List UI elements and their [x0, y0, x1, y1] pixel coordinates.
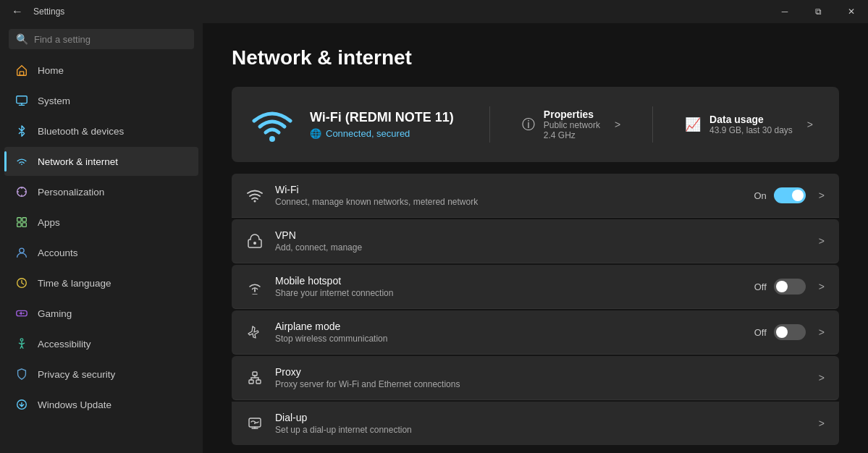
- wifi-data-usage-button[interactable]: 📈 Data usage 43.9 GB, last 30 days >: [676, 114, 822, 135]
- airplane-settings-icon: [246, 323, 264, 341]
- proxy-settings-text: Proxy Proxy server for Wi-Fi and Etherne…: [275, 366, 801, 389]
- page-title: Network & internet: [232, 46, 839, 69]
- svg-point-11: [20, 339, 23, 342]
- dialup-settings-icon: [246, 415, 264, 432]
- sidebar-item-accessibility[interactable]: Accessibility: [4, 329, 198, 358]
- app-body: 🔍 Home System Bluetooth & devices: [0, 23, 868, 453]
- search-icon: 🔍: [16, 33, 28, 45]
- apps-icon: [14, 215, 29, 229]
- sidebar-item-home-label: Home: [38, 65, 64, 76]
- sidebar-item-privacy-label: Privacy & security: [38, 369, 115, 380]
- sidebar-item-home[interactable]: Home: [4, 56, 198, 85]
- vpn-settings-icon: [246, 232, 264, 250]
- sidebar-item-network[interactable]: Network & internet: [4, 147, 198, 176]
- time-icon: [14, 276, 29, 290]
- settings-item-dialup[interactable]: Dial-up Set up a dial-up internet connec…: [232, 402, 839, 445]
- svg-rect-17: [256, 380, 261, 384]
- hotspot-toggle[interactable]: [774, 279, 806, 295]
- sidebar-item-accounts-label: Accounts: [38, 247, 78, 258]
- sidebar-item-privacy[interactable]: Privacy & security: [4, 360, 198, 389]
- vpn-settings-right: >: [813, 235, 825, 247]
- wifi-settings-icon: [246, 187, 264, 204]
- settings-list: Wi-Fi Connect, manage known networks, me…: [232, 174, 839, 445]
- properties-icon: ⓘ: [522, 116, 535, 133]
- wifi-hero-icon: [249, 101, 295, 148]
- globe-icon: 🌐: [310, 128, 321, 139]
- wifi-chevron-icon: >: [819, 190, 825, 201]
- system-icon: [14, 93, 29, 108]
- data-usage-icon: 📈: [685, 117, 701, 132]
- airplane-toggle[interactable]: [774, 324, 806, 340]
- sidebar-item-apps[interactable]: Apps: [4, 208, 198, 237]
- sidebar-item-system-label: System: [38, 96, 70, 106]
- sidebar-item-personalization[interactable]: Personalization: [4, 177, 198, 206]
- hotspot-settings-text: Mobile hotspot Share your internet conne…: [275, 275, 743, 298]
- maximize-button[interactable]: ⧉: [801, 0, 835, 23]
- wifi-hero-card[interactable]: Wi-Fi (REDMI NOTE 11) 🌐 Connected, secur…: [232, 87, 839, 162]
- privacy-icon: [14, 367, 29, 381]
- wifi-settings-text: Wi-Fi Connect, manage known networks, me…: [275, 184, 742, 207]
- back-button[interactable]: ←: [9, 2, 26, 21]
- search-box[interactable]: 🔍: [9, 29, 194, 49]
- proxy-settings-icon: [246, 369, 264, 386]
- sidebar-item-apps-label: Apps: [38, 217, 60, 228]
- hotspot-settings-icon: [246, 278, 264, 295]
- airplane-settings-text: Airplane mode Stop wireless communicatio…: [275, 321, 743, 344]
- wifi-info: Wi-Fi (REDMI NOTE 11) 🌐 Connected, secur…: [310, 110, 466, 139]
- vpn-chevron-icon: >: [819, 235, 825, 247]
- sidebar-item-update[interactable]: Windows Update: [4, 390, 198, 419]
- gaming-icon: [14, 306, 29, 321]
- settings-item-proxy[interactable]: Proxy Proxy server for Wi-Fi and Etherne…: [232, 356, 839, 400]
- sidebar-item-time-label: Time & language: [38, 278, 111, 289]
- accessibility-icon: [14, 336, 29, 351]
- accounts-icon: [14, 245, 29, 260]
- sidebar-item-gaming[interactable]: Gaming: [4, 299, 198, 328]
- search-input[interactable]: [34, 34, 187, 45]
- wifi-settings-right: On >: [754, 187, 825, 203]
- dialup-settings-text: Dial-up Set up a dial-up internet connec…: [275, 412, 801, 435]
- sidebar-item-bluetooth[interactable]: Bluetooth & devices: [4, 117, 198, 145]
- wifi-toggle[interactable]: [774, 187, 806, 203]
- titlebar: ← Settings ─ ⧉ ✕: [0, 0, 868, 23]
- svg-point-15: [253, 242, 256, 245]
- svg-rect-3: [17, 218, 21, 221]
- wifi-data-usage-text: Data usage 43.9 GB, last 30 days: [709, 114, 793, 135]
- settings-item-vpn[interactable]: VPN Add, connect, manage >: [232, 219, 839, 263]
- hotspot-toggle-knob: [776, 281, 788, 292]
- sidebar-item-time[interactable]: Time & language: [4, 268, 198, 297]
- sidebar-item-system[interactable]: System: [4, 86, 198, 115]
- sidebar-item-update-label: Windows Update: [38, 399, 111, 410]
- sidebar-item-accounts[interactable]: Accounts: [4, 238, 198, 267]
- wifi-status: 🌐 Connected, secured: [310, 128, 466, 139]
- bluetooth-icon: [14, 124, 29, 138]
- wifi-divider: [489, 106, 490, 143]
- svg-rect-6: [22, 223, 26, 226]
- dialup-settings-right: >: [813, 418, 825, 429]
- wifi-properties-button[interactable]: ⓘ Properties Public network 2.4 GHz >: [513, 109, 629, 140]
- airplane-settings-right: Off >: [754, 324, 825, 340]
- hotspot-chevron-icon: >: [819, 281, 825, 292]
- update-icon: [14, 397, 29, 412]
- airplane-chevron-icon: >: [819, 326, 825, 338]
- proxy-settings-right: >: [813, 372, 825, 384]
- settings-item-airplane[interactable]: Airplane mode Stop wireless communicatio…: [232, 310, 839, 355]
- settings-item-wifi[interactable]: Wi-Fi Connect, manage known networks, me…: [232, 174, 839, 218]
- settings-item-hotspot[interactable]: Mobile hotspot Share your internet conne…: [232, 265, 839, 309]
- airplane-toggle-knob: [776, 326, 788, 338]
- personalization-icon: [14, 185, 29, 199]
- sidebar-item-network-label: Network & internet: [38, 156, 118, 167]
- sidebar-item-personalization-label: Personalization: [38, 187, 104, 198]
- proxy-chevron-icon: >: [819, 372, 825, 384]
- svg-point-10: [23, 313, 25, 314]
- close-button[interactable]: ✕: [835, 0, 868, 23]
- sidebar-item-gaming-label: Gaming: [38, 308, 72, 319]
- svg-rect-4: [22, 218, 26, 221]
- svg-point-20: [254, 423, 256, 424]
- svg-rect-0: [20, 72, 23, 75]
- minimize-button[interactable]: ─: [768, 0, 801, 23]
- titlebar-title: Settings: [33, 7, 64, 17]
- svg-rect-16: [249, 380, 253, 384]
- svg-rect-5: [17, 223, 21, 226]
- dialup-chevron-icon: >: [819, 418, 825, 429]
- data-usage-chevron-icon: >: [807, 119, 813, 130]
